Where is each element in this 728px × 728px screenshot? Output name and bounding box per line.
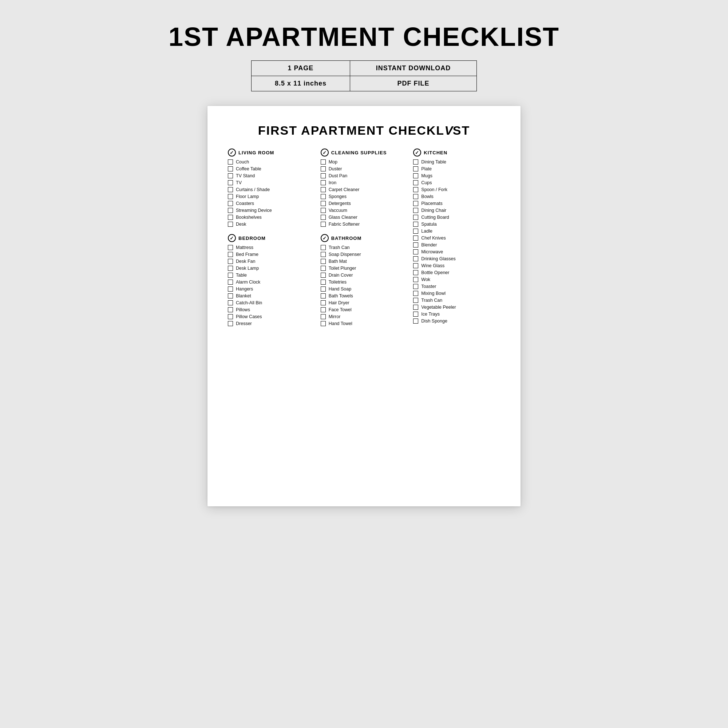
list-item[interactable]: Dust Pan xyxy=(321,173,408,178)
checkbox[interactable] xyxy=(413,249,418,254)
list-item[interactable]: Vaccuum xyxy=(321,208,408,213)
checkbox[interactable] xyxy=(413,194,418,199)
checkbox[interactable] xyxy=(228,266,233,271)
checkbox[interactable] xyxy=(321,259,326,264)
checkbox[interactable] xyxy=(228,245,233,250)
checkbox[interactable] xyxy=(228,286,233,292)
checkbox[interactable] xyxy=(228,307,233,312)
list-item[interactable]: Drinking Glasses xyxy=(413,256,500,262)
list-item[interactable]: Pillows xyxy=(228,307,315,312)
list-item[interactable]: Curtains / Shade xyxy=(228,187,315,192)
checkbox[interactable] xyxy=(321,215,326,220)
list-item[interactable]: Ladle xyxy=(413,229,500,234)
list-item[interactable]: Fabric Softener xyxy=(321,222,408,227)
list-item[interactable]: Toiletries xyxy=(321,280,408,284)
list-item[interactable]: Spatula xyxy=(413,222,500,227)
list-item[interactable]: Wok xyxy=(413,277,500,282)
list-item[interactable]: Pillow Cases xyxy=(228,314,315,319)
list-item[interactable]: Bath Towels xyxy=(321,294,408,298)
list-item[interactable]: Dish Sponge xyxy=(413,318,500,324)
checkbox[interactable] xyxy=(413,215,418,220)
checkbox[interactable] xyxy=(321,166,326,171)
list-item[interactable]: Mirror xyxy=(321,314,408,319)
checkbox[interactable] xyxy=(321,245,326,250)
list-item[interactable]: Desk xyxy=(228,222,315,227)
list-item[interactable]: Drain Cover xyxy=(321,273,408,278)
checkbox[interactable] xyxy=(228,321,233,326)
checkbox[interactable] xyxy=(321,180,326,185)
checkbox[interactable] xyxy=(413,270,418,275)
checkbox[interactable] xyxy=(413,236,418,241)
checkbox[interactable] xyxy=(413,242,418,248)
list-item[interactable]: Iron xyxy=(321,180,408,185)
checkbox[interactable] xyxy=(321,201,326,206)
checkbox[interactable] xyxy=(321,252,326,257)
checkbox[interactable] xyxy=(228,159,233,165)
list-item[interactable]: Couch xyxy=(228,159,315,165)
list-item[interactable]: Bed Frame xyxy=(228,252,315,257)
checkbox[interactable] xyxy=(413,284,418,289)
checkbox[interactable] xyxy=(228,180,233,185)
checkbox[interactable] xyxy=(413,201,418,206)
checkbox[interactable] xyxy=(413,305,418,310)
list-item[interactable]: Hangers xyxy=(228,286,315,292)
checkbox[interactable] xyxy=(228,187,233,192)
list-item[interactable]: Bottle Opener xyxy=(413,270,500,275)
checkbox[interactable] xyxy=(228,215,233,220)
list-item[interactable]: Toilet Plunger xyxy=(321,266,408,271)
list-item[interactable]: Dining Chair xyxy=(413,208,500,213)
checkbox[interactable] xyxy=(413,222,418,227)
checkbox[interactable] xyxy=(228,294,233,298)
checkbox[interactable] xyxy=(413,318,418,324)
list-item[interactable]: TV Stand xyxy=(228,173,315,178)
checkbox[interactable] xyxy=(228,273,233,278)
list-item[interactable]: Face Towel xyxy=(321,307,408,312)
list-item[interactable]: Toaster xyxy=(413,284,500,289)
checkbox[interactable] xyxy=(321,194,326,199)
checkbox[interactable] xyxy=(413,291,418,296)
list-item[interactable]: Cups xyxy=(413,180,500,185)
checkbox[interactable] xyxy=(228,252,233,257)
list-item[interactable]: Desk Lamp xyxy=(228,266,315,271)
list-item[interactable]: Duster xyxy=(321,166,408,171)
list-item[interactable]: Blanket xyxy=(228,294,315,298)
checkbox[interactable] xyxy=(413,312,418,317)
checkbox[interactable] xyxy=(228,280,233,284)
list-item[interactable]: Chef Knives xyxy=(413,236,500,241)
list-item[interactable]: Desk Fan xyxy=(228,259,315,264)
checkbox[interactable] xyxy=(321,222,326,227)
checkbox[interactable] xyxy=(413,298,418,303)
checkbox[interactable] xyxy=(228,166,233,171)
checkbox[interactable] xyxy=(321,187,326,192)
list-item[interactable]: Ice Trays xyxy=(413,312,500,317)
list-item[interactable]: Glass Cleaner xyxy=(321,215,408,220)
checkbox[interactable] xyxy=(413,263,418,268)
list-item[interactable]: Bookshelves xyxy=(228,215,315,220)
list-item[interactable]: Dining Table xyxy=(413,159,500,165)
list-item[interactable]: Placemats xyxy=(413,201,500,206)
list-item[interactable]: Bath Mat xyxy=(321,259,408,264)
checkbox[interactable] xyxy=(321,286,326,292)
checkbox[interactable] xyxy=(228,259,233,264)
checkbox[interactable] xyxy=(321,208,326,213)
list-item[interactable]: Bowls xyxy=(413,194,500,199)
checkbox[interactable] xyxy=(321,307,326,312)
checkbox[interactable] xyxy=(413,166,418,171)
list-item[interactable]: Sponges xyxy=(321,194,408,199)
list-item[interactable]: Alarm Clock xyxy=(228,280,315,284)
list-item[interactable]: Detergents xyxy=(321,201,408,206)
list-item[interactable]: Vegetable Peeler xyxy=(413,305,500,310)
checkbox[interactable] xyxy=(228,300,233,305)
list-item[interactable]: Mattress xyxy=(228,245,315,250)
list-item[interactable]: Mop xyxy=(321,159,408,165)
checkbox[interactable] xyxy=(321,300,326,305)
list-item[interactable]: Catch-All Bin xyxy=(228,300,315,305)
list-item[interactable]: Soap Dispenser xyxy=(321,252,408,257)
checkbox[interactable] xyxy=(321,273,326,278)
list-item[interactable]: Blender xyxy=(413,242,500,248)
list-item[interactable]: Microwave xyxy=(413,249,500,254)
checkbox[interactable] xyxy=(413,229,418,234)
list-item[interactable]: Hair Dryer xyxy=(321,300,408,305)
checkbox[interactable] xyxy=(228,194,233,199)
list-item[interactable]: Trash Can xyxy=(321,245,408,250)
